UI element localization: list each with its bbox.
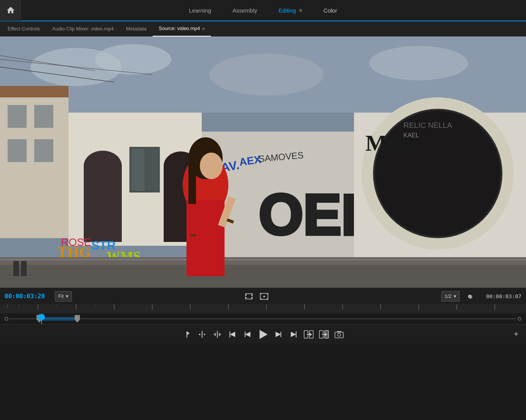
svg-rect-10 — [34, 139, 53, 162]
svg-marker-102 — [291, 332, 296, 337]
svg-marker-106 — [310, 333, 312, 336]
svg-point-112 — [338, 333, 341, 336]
quality-dropdown[interactable]: 1/2 ▾ — [441, 291, 460, 302]
svg-rect-53 — [21, 261, 27, 276]
nav-item-editing[interactable]: Editing ≡ — [268, 0, 313, 21]
svg-point-34 — [375, 111, 500, 236]
video-preview-panel: OER NAV. AEX SAMOVES WAKCS ♥ THG ROSE ST… — [0, 37, 526, 288]
tab-metadata[interactable]: Metadata — [120, 21, 153, 37]
svg-rect-17 — [145, 149, 159, 191]
tab-source[interactable]: Source: video.mp4 ≡ — [153, 21, 211, 37]
svg-point-48 — [200, 153, 223, 179]
timeline-end-marker — [518, 317, 521, 321]
svg-marker-84 — [75, 315, 80, 323]
svg-point-14 — [84, 151, 122, 181]
panel-tabs: Effect Controls Audio Clip Mixer: video.… — [0, 21, 526, 37]
tab-effect-controls[interactable]: Effect Controls — [2, 21, 46, 37]
svg-rect-60 — [251, 294, 252, 296]
add-panel-button[interactable]: + — [511, 329, 521, 340]
settings-icon-button[interactable] — [464, 291, 475, 302]
svg-rect-11 — [0, 86, 69, 97]
svg-marker-89 — [199, 333, 200, 336]
nav-item-learning[interactable]: Learning — [178, 0, 222, 21]
svg-marker-85 — [38, 314, 45, 321]
svg-rect-7 — [8, 105, 27, 128]
overwrite-button[interactable] — [317, 328, 331, 341]
play-button[interactable] — [256, 328, 270, 341]
total-duration: 00:00:03:07 — [480, 293, 521, 299]
svg-rect-50 — [190, 234, 196, 236]
video-frame: OER NAV. AEX SAMOVES WAKCS ♥ THG ROSE ST… — [0, 37, 526, 288]
timeline-scrubber[interactable] — [0, 304, 526, 324]
svg-marker-90 — [204, 333, 206, 336]
svg-rect-8 — [34, 105, 53, 128]
timecode-bar: 00:00:03:20 Fit ▾ 1/2 ▾ — [0, 288, 526, 304]
out-point-marker[interactable] — [75, 315, 80, 324]
svg-marker-96 — [245, 332, 250, 337]
mark-in-button[interactable] — [180, 328, 194, 341]
playhead-handle[interactable] — [38, 314, 45, 322]
svg-marker-63 — [263, 295, 265, 297]
svg-text:ROSE: ROSE — [61, 236, 91, 248]
svg-rect-45 — [186, 200, 225, 276]
svg-text:RELIC NELLA: RELIC NELLA — [403, 121, 452, 129]
svg-rect-16 — [131, 149, 145, 191]
svg-marker-87 — [187, 331, 190, 335]
tab-audio-clip-mixer[interactable]: Audio Clip Mixer: video.mp4 — [46, 21, 120, 37]
timeline-ruler — [0, 304, 526, 313]
nav-items: Learning Assembly Editing ≡ Color — [178, 0, 347, 21]
svg-marker-98 — [260, 330, 268, 339]
timeline-track — [10, 318, 516, 319]
nav-item-assembly[interactable]: Assembly — [222, 0, 268, 21]
svg-marker-95 — [230, 332, 235, 337]
current-timecode[interactable]: 00:00:03:20 — [5, 293, 50, 300]
svg-rect-65 — [0, 304, 526, 313]
transport-controls: + — [0, 324, 526, 344]
source-tab-menu-icon[interactable]: ≡ — [202, 26, 205, 31]
svg-marker-93 — [219, 333, 221, 336]
editing-menu-icon[interactable]: ≡ — [299, 7, 302, 13]
svg-rect-47 — [188, 158, 196, 204]
home-button[interactable] — [0, 0, 21, 21]
svg-marker-92 — [214, 333, 215, 336]
svg-rect-58 — [245, 294, 247, 296]
go-to-out-button[interactable] — [287, 328, 300, 341]
svg-rect-61 — [251, 297, 252, 298]
svg-rect-43 — [0, 265, 526, 288]
svg-rect-59 — [245, 297, 247, 298]
export-frame-button[interactable] — [332, 328, 346, 341]
svg-rect-113 — [337, 331, 339, 332]
go-to-in-button[interactable] — [226, 328, 239, 341]
svg-rect-39 — [0, 259, 526, 260]
trim-edit-button[interactable] — [210, 328, 224, 341]
nav-item-color[interactable]: Color — [313, 0, 348, 21]
timeline-start-marker — [5, 317, 8, 321]
svg-point-4 — [209, 54, 324, 95]
insert-button[interactable] — [302, 328, 316, 341]
svg-rect-52 — [13, 261, 19, 276]
svg-marker-99 — [276, 332, 281, 337]
svg-rect-9 — [8, 139, 27, 162]
add-edit-button[interactable] — [195, 328, 209, 341]
step-forward-button[interactable] — [271, 328, 285, 341]
svg-rect-100 — [281, 332, 281, 337]
svg-rect-114 — [340, 331, 341, 332]
film-icon-button[interactable] — [244, 291, 254, 302]
svg-text:KAEL: KAEL — [403, 132, 419, 138]
step-back-button[interactable] — [241, 328, 255, 341]
svg-point-5 — [369, 46, 468, 80]
fit-dropdown[interactable]: Fit ▾ — [55, 291, 72, 302]
safe-margins-icon-button[interactable] — [259, 291, 269, 302]
svg-rect-97 — [245, 332, 245, 337]
top-nav-bar: Learning Assembly Editing ≡ Color — [0, 0, 526, 21]
